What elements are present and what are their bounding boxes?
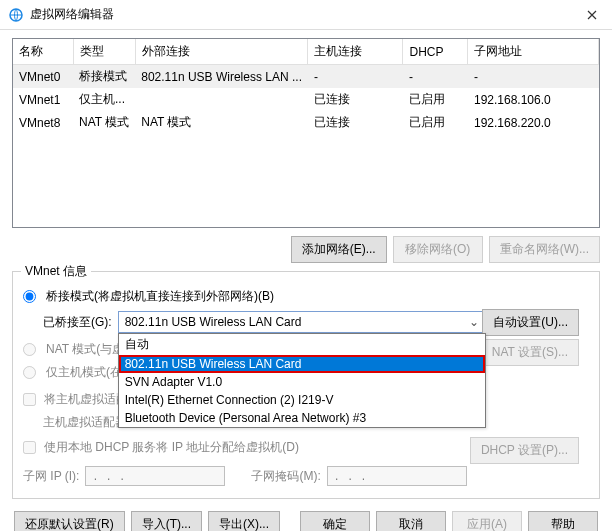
- column-header[interactable]: 主机连接: [308, 39, 403, 65]
- table-cell: 802.11n USB Wireless LAN ...: [135, 65, 308, 89]
- bridge-adapter-select[interactable]: 802.11n USB Wireless LAN Card ⌄: [118, 311, 486, 333]
- table-cell: 已启用: [403, 88, 468, 111]
- apply-button[interactable]: 应用(A): [452, 511, 522, 531]
- dhcp-label: 使用本地 DHCP 服务将 IP 地址分配给虚拟机(D): [44, 439, 299, 456]
- bridge-to-label: 已桥接至(G):: [43, 314, 112, 331]
- table-cell: -: [308, 65, 403, 89]
- subnet-mask-label: 子网掩码(M):: [251, 468, 320, 485]
- vmnet-info-group: VMnet 信息 桥接模式(将虚拟机直接连接到外部网络)(B) 已桥接至(G):…: [12, 271, 600, 499]
- network-table[interactable]: 名称类型外部连接主机连接DHCP子网地址 VMnet0桥接模式802.11n U…: [12, 38, 600, 228]
- dropdown-option[interactable]: SVN Adapter V1.0: [119, 373, 485, 391]
- import-button[interactable]: 导入(T)...: [131, 511, 202, 531]
- subnet-ip-input[interactable]: [85, 466, 225, 486]
- table-cell: 已启用: [403, 111, 468, 134]
- help-button[interactable]: 帮助: [528, 511, 598, 531]
- table-cell: 仅主机...: [73, 88, 135, 111]
- dropdown-option[interactable]: 自动: [119, 334, 485, 355]
- dhcp-checkbox[interactable]: [23, 441, 36, 454]
- column-header[interactable]: 名称: [13, 39, 73, 65]
- bridge-adapter-dropdown[interactable]: 自动802.11n USB Wireless LAN CardSVN Adapt…: [118, 333, 486, 428]
- table-cell: 已连接: [308, 111, 403, 134]
- auto-settings-button[interactable]: 自动设置(U)...: [482, 309, 579, 336]
- table-row[interactable]: VMnet0桥接模式802.11n USB Wireless LAN ...--…: [13, 65, 599, 89]
- window-title: 虚拟网络编辑器: [30, 6, 572, 23]
- titlebar: 虚拟网络编辑器: [0, 0, 612, 30]
- nat-settings-button[interactable]: NAT 设置(S)...: [481, 339, 579, 366]
- app-icon: [8, 7, 24, 23]
- table-cell: -: [468, 65, 599, 89]
- hostonly-mode-label: 仅主机模式(在: [46, 364, 122, 381]
- dropdown-option[interactable]: Bluetooth Device (Personal Area Network)…: [119, 409, 485, 427]
- table-cell: NAT 模式: [73, 111, 135, 134]
- table-cell: 桥接模式: [73, 65, 135, 89]
- export-button[interactable]: 导出(X)...: [208, 511, 280, 531]
- subnet-mask-input[interactable]: [327, 466, 467, 486]
- table-row[interactable]: VMnet8NAT 模式NAT 模式已连接已启用192.168.220.0: [13, 111, 599, 134]
- table-cell: 已连接: [308, 88, 403, 111]
- table-cell: VMnet1: [13, 88, 73, 111]
- close-button[interactable]: [572, 0, 612, 30]
- remove-network-button[interactable]: 移除网络(O): [393, 236, 483, 263]
- column-header[interactable]: DHCP: [403, 39, 468, 65]
- table-cell: NAT 模式: [135, 111, 308, 134]
- bridge-mode-label: 桥接模式(将虚拟机直接连接到外部网络)(B): [46, 288, 274, 305]
- add-network-button[interactable]: 添加网络(E)...: [291, 236, 387, 263]
- table-cell: 192.168.106.0: [468, 88, 599, 111]
- rename-network-button[interactable]: 重命名网络(W)...: [489, 236, 600, 263]
- restore-defaults-button[interactable]: 还原默认设置(R): [14, 511, 125, 531]
- ok-button[interactable]: 确定: [300, 511, 370, 531]
- chevron-down-icon: ⌄: [469, 315, 479, 329]
- table-row[interactable]: VMnet1仅主机...已连接已启用192.168.106.0: [13, 88, 599, 111]
- column-header[interactable]: 外部连接: [135, 39, 308, 65]
- table-cell: VMnet0: [13, 65, 73, 89]
- dhcp-settings-button[interactable]: DHCP 设置(P)...: [470, 437, 579, 464]
- bridge-mode-radio[interactable]: [23, 290, 36, 303]
- host-connect-checkbox[interactable]: [23, 393, 36, 406]
- nat-mode-radio[interactable]: [23, 343, 36, 356]
- vmnet-info-legend: VMnet 信息: [21, 263, 91, 280]
- subnet-ip-label: 子网 IP (I):: [23, 468, 79, 485]
- table-cell: VMnet8: [13, 111, 73, 134]
- table-cell: 192.168.220.0: [468, 111, 599, 134]
- cancel-button[interactable]: 取消: [376, 511, 446, 531]
- dropdown-option[interactable]: 802.11n USB Wireless LAN Card: [119, 355, 485, 373]
- column-header[interactable]: 子网地址: [468, 39, 599, 65]
- hostonly-mode-radio[interactable]: [23, 366, 36, 379]
- bridge-adapter-selected: 802.11n USB Wireless LAN Card: [125, 315, 302, 329]
- column-header[interactable]: 类型: [73, 39, 135, 65]
- table-cell: [135, 88, 308, 111]
- nat-mode-label: NAT 模式(与虚: [46, 341, 124, 358]
- dropdown-option[interactable]: Intel(R) Ethernet Connection (2) I219-V: [119, 391, 485, 409]
- table-cell: -: [403, 65, 468, 89]
